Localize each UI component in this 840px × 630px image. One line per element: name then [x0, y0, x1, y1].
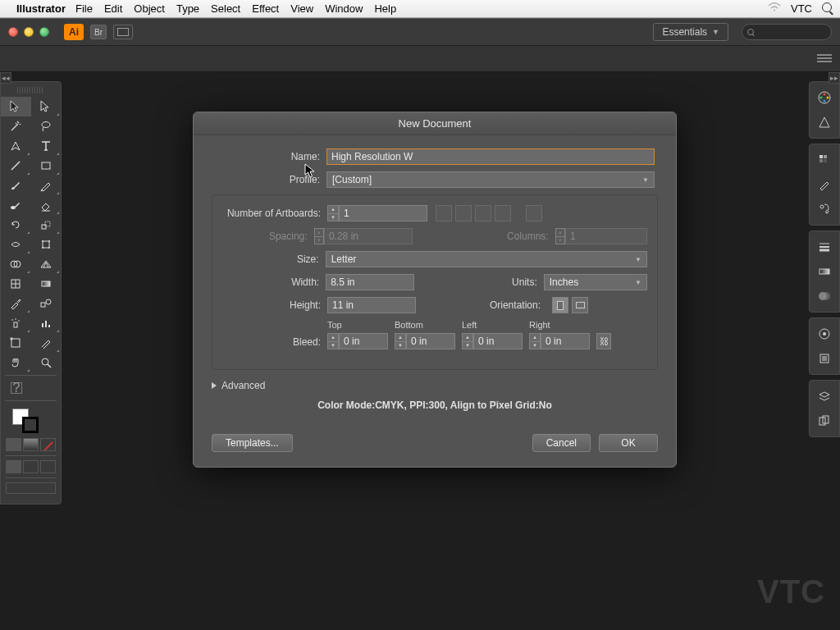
slice-tool[interactable] [31, 333, 62, 353]
mesh-tool[interactable] [1, 274, 31, 294]
pen-tool[interactable] [1, 136, 31, 156]
type-tool[interactable] [31, 136, 62, 156]
advanced-disclosure[interactable]: Advanced [212, 380, 658, 391]
color-panel-icon[interactable] [810, 85, 839, 110]
blend-tool[interactable] [31, 294, 62, 313]
bridge-button[interactable]: Br [90, 25, 107, 39]
bleed-right-input[interactable] [541, 333, 590, 349]
direct-selection-tool[interactable] [31, 97, 62, 116]
screen-mode[interactable] [1, 481, 61, 499]
gradient-panel-icon[interactable] [810, 259, 839, 284]
left-panel-collapse[interactable]: ◂◂ [0, 72, 11, 84]
graphic-styles-panel-icon[interactable] [810, 346, 839, 371]
width-tool[interactable] [1, 235, 31, 254]
layers-panel-icon[interactable] [810, 384, 839, 409]
artboards-stepper[interactable]: ▲▼ [327, 205, 339, 221]
eyedropper-tool[interactable] [1, 294, 31, 313]
column-graph-tool[interactable] [31, 313, 62, 333]
scale-tool[interactable] [31, 215, 62, 235]
user-label[interactable]: VTC [791, 2, 812, 15]
landscape-button[interactable] [572, 297, 588, 313]
bleed-top-input[interactable] [339, 333, 388, 349]
symbols-panel-icon[interactable] [810, 197, 839, 221]
artboard-grid-by-col-icon[interactable] [455, 205, 472, 221]
size-select[interactable]: Letter [326, 251, 647, 267]
name-input[interactable] [326, 148, 655, 165]
menu-select[interactable]: Select [211, 2, 240, 15]
app-name[interactable]: Illustrator [16, 2, 66, 15]
bleed-bottom-stepper[interactable]: ▲▼ [395, 333, 406, 349]
menu-file[interactable]: File [75, 2, 93, 15]
brushes-panel-icon[interactable] [810, 172, 839, 197]
menu-view[interactable]: View [290, 2, 313, 15]
transparency-panel-icon[interactable] [810, 284, 839, 308]
menu-window[interactable]: Window [325, 2, 363, 15]
bleed-left-input[interactable] [473, 333, 523, 349]
menu-edit[interactable]: Edit [104, 2, 122, 15]
artboards-input[interactable] [339, 205, 427, 221]
screen-mode-icon[interactable] [6, 482, 56, 494]
selection-tool[interactable] [1, 97, 31, 116]
bleed-left-stepper[interactable]: ▲▼ [462, 333, 473, 349]
width-input[interactable] [326, 274, 414, 290]
artboards-panel-icon[interactable] [810, 409, 839, 433]
color-gradient-icon[interactable] [23, 438, 39, 451]
tools-grip[interactable] [17, 87, 44, 94]
search-input[interactable] [742, 24, 832, 40]
templates-button[interactable]: Templates... [212, 434, 293, 452]
zoom-window-button[interactable] [39, 27, 49, 37]
workspace-switcher[interactable]: Essentials ▼ [653, 23, 728, 41]
menu-object[interactable]: Object [134, 2, 165, 15]
stroke-panel-icon[interactable] [810, 235, 839, 259]
gradient-tool[interactable] [31, 274, 62, 294]
shape-builder-tool[interactable] [1, 254, 31, 274]
portrait-button[interactable] [552, 297, 568, 313]
unknown-tool[interactable]: ? [1, 378, 61, 398]
artboard-row-rtl-icon[interactable] [495, 205, 511, 221]
bleed-top-stepper[interactable]: ▲▼ [327, 333, 339, 349]
color-solid-icon[interactable] [6, 438, 21, 451]
stroke-swatch[interactable] [22, 417, 39, 433]
rotate-tool[interactable] [1, 215, 31, 235]
artboard-tool[interactable] [1, 333, 31, 353]
menu-type[interactable]: Type [176, 2, 199, 15]
hand-tool[interactable] [1, 353, 31, 372]
close-window-button[interactable] [8, 27, 18, 37]
arrange-documents-button[interactable] [113, 25, 133, 39]
draw-inside-icon[interactable] [40, 460, 56, 473]
color-none-icon[interactable] [40, 438, 56, 451]
fill-stroke-swatch[interactable] [1, 404, 61, 436]
lasso-tool[interactable] [31, 116, 62, 136]
draw-normal-icon[interactable] [6, 460, 21, 473]
appearance-panel-icon[interactable] [810, 322, 839, 346]
bleed-bottom-input[interactable] [406, 333, 455, 349]
height-input[interactable] [327, 297, 416, 313]
artboard-row-ltr-icon[interactable] [475, 205, 491, 221]
spotlight-icon[interactable] [822, 2, 832, 15]
pencil-tool[interactable] [31, 176, 62, 195]
bleed-right-stepper[interactable]: ▲▼ [529, 333, 541, 349]
right-panel-collapse[interactable]: ▸▸ [829, 72, 840, 84]
magic-wand-tool[interactable] [1, 116, 31, 136]
units-select[interactable]: Inches [544, 274, 647, 290]
zoom-tool[interactable] [31, 353, 62, 372]
color-guide-panel-icon[interactable] [810, 110, 839, 135]
paintbrush-tool[interactable] [1, 176, 31, 195]
control-bar-menu-icon[interactable] [817, 54, 832, 64]
menu-effect[interactable]: Effect [252, 2, 279, 15]
symbol-sprayer-tool[interactable] [1, 313, 31, 333]
swatches-panel-icon[interactable] [810, 148, 839, 172]
artboard-direction-icon[interactable] [526, 205, 542, 221]
line-tool[interactable] [1, 156, 31, 176]
rectangle-tool[interactable] [31, 156, 62, 176]
cancel-button[interactable]: Cancel [532, 434, 591, 452]
ok-button[interactable]: OK [599, 434, 658, 452]
menu-help[interactable]: Help [374, 2, 396, 15]
minimize-window-button[interactable] [24, 27, 34, 37]
free-transform-tool[interactable] [31, 235, 62, 254]
artboard-grid-by-row-icon[interactable] [436, 205, 452, 221]
wifi-icon[interactable] [768, 2, 781, 15]
draw-behind-icon[interactable] [23, 460, 39, 473]
blob-brush-tool[interactable] [1, 195, 31, 215]
profile-select[interactable]: [Custom] [326, 171, 655, 188]
